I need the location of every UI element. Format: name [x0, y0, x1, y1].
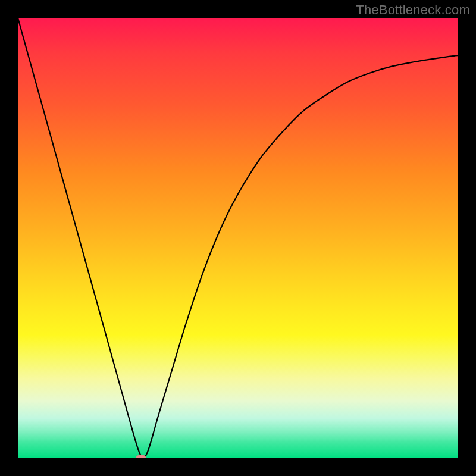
watermark-text: TheBottleneck.com	[356, 2, 470, 18]
bottleneck-curve	[18, 18, 458, 458]
plot-area	[18, 18, 458, 458]
minimum-marker	[136, 455, 146, 458]
chart-frame: TheBottleneck.com	[0, 0, 476, 476]
